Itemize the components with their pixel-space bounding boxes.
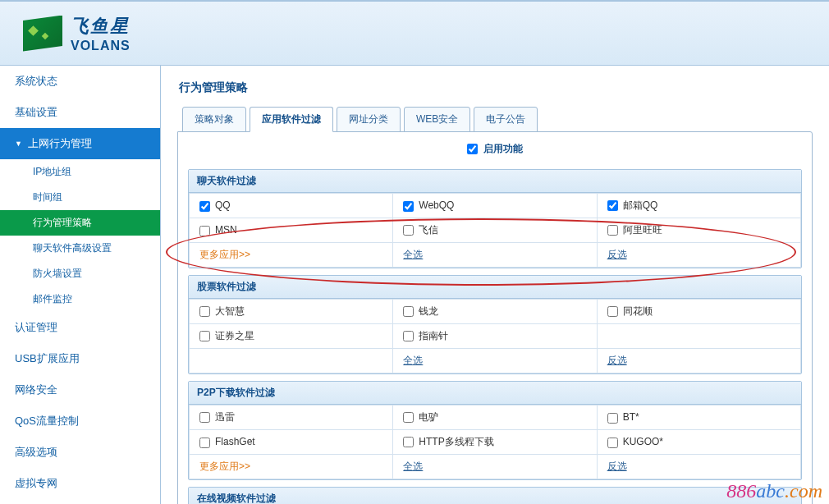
invert-selection-link[interactable]: 反选	[607, 355, 627, 366]
filter-option-label: 邮箱QQ	[623, 199, 658, 211]
filter-option[interactable]: KUGOO*	[607, 436, 663, 447]
filter-option-label: 同花顺	[623, 305, 653, 317]
sidebar-item[interactable]: 高级选项	[0, 437, 160, 468]
sidebar-item-label: 基础设置	[15, 106, 57, 118]
filter-option-label: 阿里旺旺	[623, 224, 662, 236]
filter-option[interactable]: FlashGet	[199, 436, 255, 447]
filter-option[interactable]: BT*	[607, 411, 639, 423]
sidebar-subitem[interactable]: 邮件监控	[0, 286, 160, 312]
filter-option[interactable]: 阿里旺旺	[607, 224, 662, 236]
filter-section: 在线视频软件过滤	[188, 487, 802, 504]
filter-section: 聊天软件过滤QQWebQQ邮箱QQMSN飞信阿里旺旺更多应用>>全选反选	[188, 169, 802, 268]
select-all-link[interactable]: 全选	[403, 249, 423, 260]
tab-bar: 策略对象应用软件过滤网址分类WEB安全电子公告	[177, 107, 813, 132]
sidebar-subitem[interactable]: 防火墙设置	[0, 261, 160, 286]
sidebar-item[interactable]: 虚拟专网	[0, 468, 160, 499]
main-content: 行为管理策略 策略对象应用软件过滤网址分类WEB安全电子公告 启用功能 聊天软件…	[161, 66, 829, 504]
tab[interactable]: 策略对象	[182, 107, 246, 132]
filter-option-label: BT*	[623, 411, 639, 423]
filter-option-label: 大智慧	[215, 305, 245, 317]
tab[interactable]: 网址分类	[337, 107, 401, 132]
filter-option[interactable]: QQ	[199, 199, 231, 211]
more-apps-link[interactable]: 更多应用>>	[199, 249, 250, 260]
sidebar-item[interactable]: 网络安全	[0, 374, 160, 405]
filter-option[interactable]: 迅雷	[199, 411, 235, 423]
enable-feature-label: 启用功能	[483, 143, 523, 154]
filter-option[interactable]: 指南针	[403, 330, 448, 341]
sidebar-nav: 系统状态基础设置▼上网行为管理IP地址组时间组行为管理策略聊天软件高级设置防火墙…	[0, 66, 161, 504]
sidebar-item-label: 网络安全	[15, 383, 57, 396]
watermark-text: 886abc.com	[726, 480, 822, 502]
sidebar-item-label: USB扩展应用	[15, 352, 80, 364]
sidebar-item[interactable]: USB扩展应用	[0, 343, 160, 374]
sidebar-item[interactable]: QoS流量控制	[0, 405, 160, 437]
section-title: P2P下载软件过滤	[189, 382, 801, 405]
sidebar-item-label: QoS流量控制	[15, 415, 79, 427]
filter-option-label: MSN	[215, 224, 237, 236]
brand-logo: 飞鱼星 VOLANS	[23, 14, 131, 53]
filter-option[interactable]: 大智慧	[199, 305, 245, 317]
section-title: 股票软件过滤	[189, 276, 801, 299]
filter-option-label: KUGOO*	[623, 436, 663, 447]
filter-section: P2P下载软件过滤迅雷电驴BT*FlashGetHTTP多线程下载KUGOO*更…	[188, 381, 802, 480]
app-header: 飞鱼星 VOLANS	[0, 0, 829, 66]
sidebar-item-label: 虚拟专网	[15, 477, 57, 489]
logo-icon	[23, 16, 62, 52]
tab-pane: 启用功能 聊天软件过滤QQWebQQ邮箱QQMSN飞信阿里旺旺更多应用>>全选反…	[177, 131, 813, 504]
sidebar-subitem[interactable]: 行为管理策略	[0, 210, 160, 236]
filter-option[interactable]: HTTP多线程下载	[403, 436, 493, 447]
sidebar-subitem[interactable]: 时间组	[0, 185, 160, 210]
sidebar-subitem[interactable]: 聊天软件高级设置	[0, 236, 160, 261]
filter-option[interactable]: 飞信	[403, 224, 438, 236]
filter-option-label: WebQQ	[419, 199, 454, 211]
filter-option[interactable]: MSN	[199, 224, 237, 236]
filter-option[interactable]: 电驴	[403, 411, 438, 423]
sidebar-item[interactable]: 认证管理	[0, 312, 160, 343]
chevron-down-icon: ▼	[15, 140, 23, 148]
filter-option[interactable]: 证券之星	[199, 330, 254, 341]
enable-feature-checkbox[interactable]: 启用功能	[467, 143, 523, 154]
filter-option[interactable]: 钱龙	[403, 305, 438, 317]
sidebar-item-label: 高级选项	[15, 446, 57, 458]
more-apps-link[interactable]: 更多应用>>	[199, 460, 250, 472]
sidebar-item[interactable]: 系统状态	[0, 66, 160, 97]
filter-option[interactable]: 同花顺	[607, 305, 653, 317]
invert-selection-link[interactable]: 反选	[607, 249, 627, 260]
filter-option[interactable]: WebQQ	[403, 199, 454, 211]
filter-option-label: 证券之星	[215, 330, 254, 341]
tab[interactable]: 电子公告	[474, 107, 538, 132]
filter-option-label: 钱龙	[419, 305, 438, 317]
filter-option-label: 飞信	[419, 224, 438, 236]
select-all-link[interactable]: 全选	[403, 460, 423, 472]
filter-option-label: 指南针	[419, 330, 448, 341]
sidebar-item[interactable]: 系统工具	[0, 499, 160, 504]
sidebar-item-label: 系统状态	[15, 75, 57, 87]
invert-selection-link[interactable]: 反选	[607, 460, 627, 472]
tab[interactable]: 应用软件过滤	[250, 107, 333, 132]
sidebar-subitem[interactable]: IP地址组	[0, 159, 160, 185]
filter-section: 股票软件过滤大智慧钱龙同花顺证券之星指南针全选反选	[188, 275, 802, 374]
filter-option[interactable]: 邮箱QQ	[607, 199, 658, 211]
brand-name-cn: 飞鱼星	[71, 14, 131, 39]
sidebar-item[interactable]: 基础设置	[0, 97, 160, 128]
filter-option-label: FlashGet	[215, 436, 255, 447]
filter-option-label: 迅雷	[215, 411, 235, 423]
section-title: 在线视频软件过滤	[189, 488, 801, 504]
logo-text: 飞鱼星 VOLANS	[71, 14, 131, 53]
select-all-link[interactable]: 全选	[403, 355, 423, 366]
filter-option-label: 电驴	[419, 411, 438, 423]
tab[interactable]: WEB安全	[404, 107, 470, 132]
enable-feature-row: 启用功能	[181, 140, 808, 163]
sidebar-item-label: 上网行为管理	[28, 136, 92, 151]
section-title: 聊天软件过滤	[189, 170, 801, 193]
filter-option-label: HTTP多线程下载	[419, 436, 493, 447]
sidebar-item[interactable]: ▼上网行为管理	[0, 128, 160, 159]
brand-name-en: VOLANS	[71, 39, 131, 53]
sidebar-item-label: 认证管理	[15, 321, 57, 333]
page-title: 行为管理策略	[177, 76, 813, 107]
filter-option-label: QQ	[215, 199, 231, 211]
